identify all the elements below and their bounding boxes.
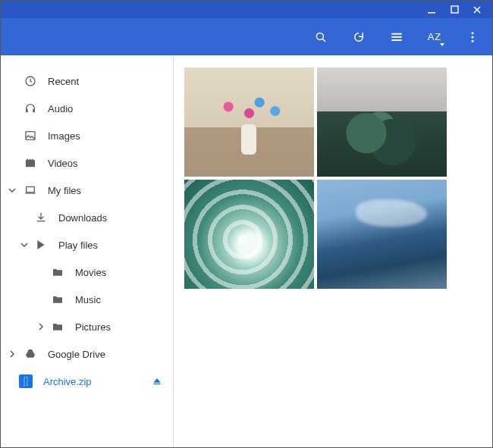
sidebar-item-label: Play files	[58, 240, 98, 251]
more-options-button[interactable]	[459, 23, 486, 51]
image-thumbnail[interactable]	[317, 180, 447, 289]
content-area	[174, 55, 492, 447]
svg-rect-1	[451, 6, 458, 13]
refresh-icon	[352, 30, 366, 44]
sidebar-item-label: My files	[48, 185, 81, 196]
more-vert-icon	[466, 30, 479, 44]
sort-button[interactable]: AZ	[421, 23, 448, 51]
sidebar-item-label: Archive.zip	[43, 376, 92, 387]
sidebar-item-label: Pictures	[75, 321, 111, 333]
chevron-right-icon	[7, 350, 17, 358]
image-thumbnail[interactable]	[184, 67, 314, 177]
play-store-icon	[34, 238, 48, 252]
google-drive-icon	[24, 347, 37, 361]
minimize-icon	[427, 5, 436, 14]
archive-icon	[19, 374, 33, 388]
refresh-button[interactable]	[345, 23, 372, 51]
sidebar-item-label: Recent	[48, 76, 79, 87]
svg-point-7	[472, 32, 474, 34]
svg-rect-15	[27, 186, 35, 192]
sidebar-item-pictures[interactable]: Pictures	[1, 313, 173, 340]
sidebar-item-label: Downloads	[58, 212, 107, 224]
chevron-down-icon	[19, 241, 30, 249]
list-view-icon	[390, 30, 404, 44]
sidebar-item-my-files[interactable]: My files	[1, 177, 173, 204]
sidebar-item-recent[interactable]: Recent	[1, 67, 173, 95]
image-thumbnail[interactable]	[317, 67, 447, 177]
svg-rect-6	[391, 39, 402, 41]
app-toolbar: AZ	[1, 18, 492, 55]
svg-rect-11	[26, 109, 28, 113]
folder-icon	[51, 265, 64, 279]
video-icon	[24, 156, 37, 170]
thumbnail-grid	[184, 67, 492, 289]
image-icon	[24, 129, 37, 143]
search-icon	[314, 30, 328, 44]
sidebar-item-images[interactable]: Images	[1, 122, 173, 149]
eject-button[interactable]	[152, 376, 162, 387]
sidebar-item-label: Movies	[75, 267, 106, 278]
svg-rect-5	[391, 36, 402, 37]
sidebar-item-downloads[interactable]: Downloads	[1, 204, 173, 231]
sidebar-item-movies[interactable]: Movies	[1, 258, 173, 286]
svg-point-8	[472, 36, 474, 38]
svg-rect-16	[25, 193, 35, 193]
sidebar-item-audio[interactable]: Audio	[1, 95, 173, 122]
sidebar-item-play-files[interactable]: Play files	[1, 231, 173, 258]
window-titlebar	[1, 1, 492, 18]
download-icon	[34, 211, 48, 224]
svg-rect-0	[428, 12, 435, 14]
svg-rect-4	[391, 33, 402, 34]
image-thumbnail[interactable]	[184, 180, 314, 289]
svg-rect-14	[26, 160, 35, 167]
folder-icon	[51, 320, 64, 334]
search-button[interactable]	[307, 23, 334, 51]
folder-icon	[51, 293, 64, 306]
headphones-icon	[24, 102, 37, 115]
sidebar: Recent Audio Images Videos	[1, 55, 174, 447]
close-icon	[473, 5, 482, 14]
sort-arrow-icon	[440, 42, 444, 46]
laptop-icon	[24, 183, 37, 197]
svg-rect-17	[37, 221, 46, 221]
sidebar-item-music[interactable]: Music	[1, 286, 173, 313]
recent-icon	[24, 74, 37, 88]
svg-rect-19	[153, 384, 160, 384]
close-button[interactable]	[466, 2, 488, 17]
sidebar-item-label: Google Drive	[48, 349, 105, 360]
sidebar-item-archive[interactable]: Archive.zip	[1, 368, 173, 395]
chevron-down-icon	[7, 186, 17, 194]
sidebar-item-google-drive[interactable]: Google Drive	[1, 340, 173, 368]
sidebar-item-label: Audio	[48, 103, 73, 114]
svg-rect-12	[33, 109, 35, 113]
sidebar-item-label: Images	[48, 130, 80, 142]
minimize-button[interactable]	[421, 2, 442, 17]
svg-point-2	[316, 33, 323, 39]
view-toggle-button[interactable]	[383, 23, 410, 51]
eject-icon	[152, 376, 162, 387]
svg-point-9	[472, 39, 474, 42]
chevron-right-icon	[36, 323, 46, 331]
sidebar-item-label: Music	[75, 294, 101, 305]
sidebar-item-videos[interactable]: Videos	[1, 149, 173, 177]
svg-line-3	[322, 39, 325, 42]
svg-rect-18	[24, 377, 27, 386]
maximize-button[interactable]	[444, 2, 465, 17]
maximize-icon	[451, 5, 459, 14]
sidebar-item-label: Videos	[48, 158, 78, 169]
